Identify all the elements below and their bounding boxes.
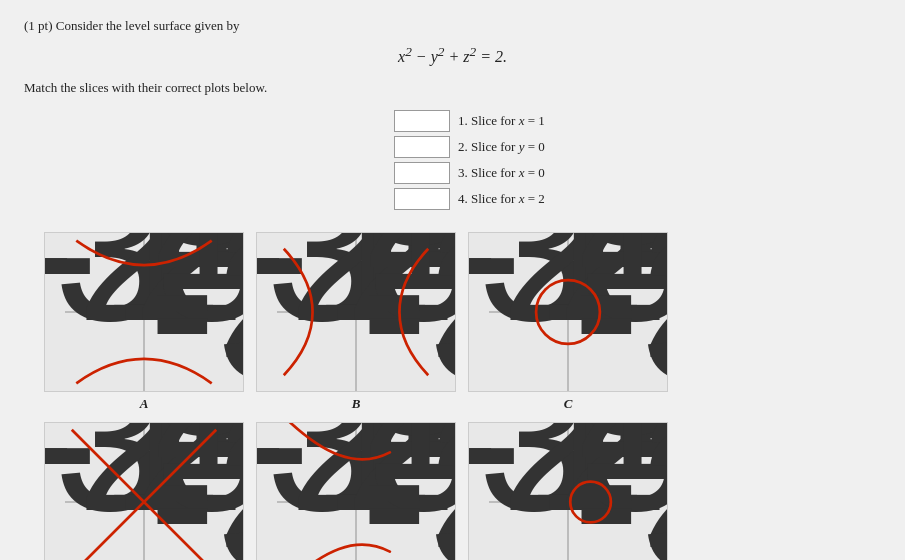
match-instruction: Match the slices with their correct plot… xyxy=(24,80,881,96)
slice-label-4: 4. Slice for x = 2 xyxy=(458,191,545,207)
svg-text:-3: -3 xyxy=(149,423,243,560)
graph-box-d: -3 -2 -1 1 2 3 3 2 1 -2 -3 xyxy=(44,422,244,560)
graph-cell-b: -3 -2 -1 1 2 3 3 2 1 -2 -3 xyxy=(256,232,456,412)
graph-box-e: -3 -2 -1 1 2 3 3 2 1 -2 -3 xyxy=(256,422,456,560)
svg-text:-3: -3 xyxy=(361,233,455,391)
graph-cell-e: -3 -2 -1 1 2 3 3 2 1 -2 -3 xyxy=(256,422,456,560)
slice-row-3: 3. Slice for x = 0 xyxy=(394,162,545,184)
graph-box-f: -3 -2 -1 1 2 3 3 2 1 -2 -3 xyxy=(468,422,668,560)
graphs-row-1: -3 -2 -1 1 2 3 3 2 1 -2 -3 xyxy=(44,232,881,412)
graphs-section: -3 -2 -1 1 2 3 3 2 1 -2 -3 xyxy=(44,232,881,560)
equation-block: x2 − y2 + z2 = 2. xyxy=(24,44,881,66)
graph-cell-c: -3 -2 -1 1 2 3 3 2 1 -2 -3 C xyxy=(468,232,668,412)
graph-label-c: C xyxy=(564,396,573,412)
slice-input-1[interactable] xyxy=(394,110,450,132)
graph-cell-f: -3 -2 -1 1 2 3 3 2 1 -2 -3 F xyxy=(468,422,668,560)
slice-input-4[interactable] xyxy=(394,188,450,210)
graph-box-a: -3 -2 -1 1 2 3 3 2 1 -2 -3 xyxy=(44,232,244,392)
slice-label-1: 1. Slice for x = 1 xyxy=(458,113,545,129)
slice-label-3: 3. Slice for x = 0 xyxy=(458,165,545,181)
slice-row-2: 2. Slice for y = 0 xyxy=(394,136,545,158)
graph-box-b: -3 -2 -1 1 2 3 3 2 1 -2 -3 xyxy=(256,232,456,392)
svg-text:-3: -3 xyxy=(361,423,455,560)
graph-label-a: A xyxy=(140,396,149,412)
graph-cell-d: -3 -2 -1 1 2 3 3 2 1 -2 -3 D xyxy=(44,422,244,560)
svg-text:-3: -3 xyxy=(573,233,667,391)
graph-label-b: B xyxy=(352,396,361,412)
slice-input-3[interactable] xyxy=(394,162,450,184)
slice-row-4: 4. Slice for x = 2 xyxy=(394,188,545,210)
svg-text:-3: -3 xyxy=(149,233,243,391)
svg-text:-3: -3 xyxy=(573,423,667,560)
slice-input-2[interactable] xyxy=(394,136,450,158)
slice-label-2: 2. Slice for y = 0 xyxy=(458,139,545,155)
graph-cell-a: -3 -2 -1 1 2 3 3 2 1 -2 -3 xyxy=(44,232,244,412)
problem-header: (1 pt) Consider the level surface given … xyxy=(24,18,881,34)
slice-row-1: 1. Slice for x = 1 xyxy=(394,110,545,132)
slices-container: 1. Slice for x = 1 2. Slice for y = 0 3.… xyxy=(394,110,881,214)
graph-box-c: -3 -2 -1 1 2 3 3 2 1 -2 -3 xyxy=(468,232,668,392)
graphs-row-2: -3 -2 -1 1 2 3 3 2 1 -2 -3 D xyxy=(44,422,881,560)
